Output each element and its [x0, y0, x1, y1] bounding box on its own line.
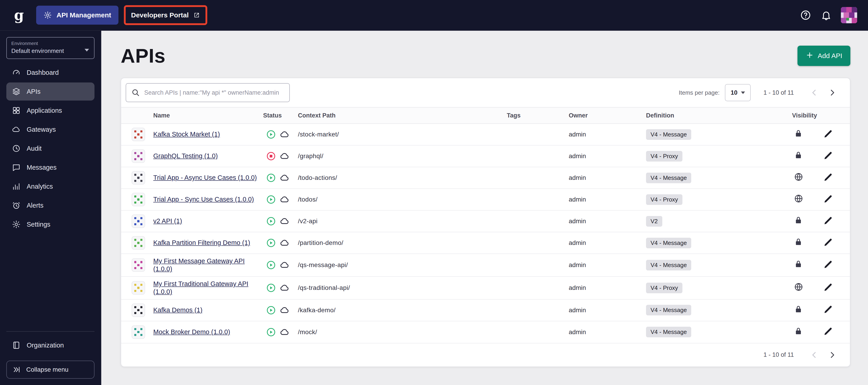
visibility-cell	[792, 282, 820, 293]
pencil-icon	[823, 259, 833, 271]
api-name-link[interactable]: v2 API (1)	[153, 217, 182, 225]
topbar: g API Management Developers Portal	[0, 0, 868, 31]
api-name-link[interactable]: Kafka Demos (1)	[153, 306, 203, 314]
collapse-menu-label: Collapse menu	[26, 366, 68, 373]
help-button[interactable]	[800, 9, 811, 21]
sidebar-item-label: Gateways	[27, 126, 56, 133]
sidebar-item-gateways[interactable]: Gateways	[6, 121, 94, 138]
api-name-link[interactable]: My First Traditional Gateway API (1.0.0)	[153, 280, 258, 296]
definition-badge: V4 - Proxy	[646, 151, 682, 162]
sidebar-item-apis[interactable]: APIs	[6, 83, 94, 100]
gateways-icon	[12, 125, 21, 134]
environment-label: Environment	[11, 41, 82, 46]
owner: admin	[569, 174, 646, 182]
user-avatar-image	[841, 7, 857, 23]
settings-icon	[12, 220, 21, 229]
globe-icon	[794, 282, 803, 293]
actions-cell	[820, 235, 850, 251]
definition-badge: V4 - Message	[646, 305, 691, 315]
sidebar-item-applications[interactable]: Applications	[6, 101, 94, 120]
chevron-left-icon	[809, 88, 819, 98]
sidebar-item-label: Analytics	[27, 183, 53, 190]
definition-badge: V4 - Message	[646, 238, 691, 248]
collapse-menu-button[interactable]: Collapse menu	[6, 361, 94, 379]
chevron-right-icon	[827, 350, 837, 360]
api-name-link[interactable]: My First Message Gateway API (1.0.0)	[153, 257, 258, 273]
edit-api-button[interactable]	[820, 127, 836, 142]
definition-badge: V4 - Message	[646, 172, 691, 183]
sidebar-item-settings[interactable]: Settings	[6, 215, 94, 233]
cloud-icon	[279, 151, 290, 161]
actions-cell	[820, 192, 850, 207]
user-avatar[interactable]	[841, 7, 857, 23]
next-page-button[interactable]	[826, 86, 839, 99]
table-toolbar: Items per page: 10 1 - 10 of 11	[121, 78, 850, 107]
api-management-button[interactable]: API Management	[36, 6, 119, 25]
api-name-link[interactable]: Kafka Stock Market (1)	[153, 130, 220, 138]
edit-api-button[interactable]	[820, 235, 836, 251]
sidebar-bottom-menu: Organization	[6, 336, 94, 354]
table-row: My First Message Gateway API (1.0.0) /qs…	[121, 254, 850, 277]
edit-api-button[interactable]	[820, 280, 836, 295]
edit-api-button[interactable]	[820, 170, 836, 186]
name-cell: Kafka Partition Filtering Demo (1)	[121, 233, 263, 253]
edit-api-button[interactable]	[820, 324, 836, 340]
previous-page-button-footer[interactable]	[807, 348, 821, 362]
sidebar-item-label: APIs	[27, 88, 40, 95]
add-api-button[interactable]: Add API	[798, 45, 850, 66]
status-started-icon	[266, 195, 276, 204]
sidebar-item-alerts[interactable]: Alerts	[6, 196, 94, 215]
status-stopped-icon	[266, 151, 276, 161]
sidebar-divider	[6, 331, 94, 332]
owner: admin	[569, 239, 646, 247]
api-name-link[interactable]: Trial App - Async Use Cases (1.0.0)	[153, 174, 257, 182]
pencil-icon	[823, 326, 833, 338]
table-row: Kafka Demos (1) /kafka-demo/ admin V4 - …	[121, 299, 850, 321]
pagination-controls: Items per page: 10 1 - 10 of 11	[679, 84, 839, 101]
environment-select[interactable]: Environment Default environment	[6, 37, 94, 59]
audit-icon	[12, 144, 21, 153]
definition-cell: V4 - Proxy	[646, 194, 792, 205]
definition-cell: V2	[646, 216, 792, 227]
sidebar-item-audit[interactable]: Audit	[6, 139, 94, 158]
edit-api-button[interactable]	[820, 149, 836, 164]
lock-icon	[794, 216, 803, 227]
sidebar-item-messages[interactable]: Messages	[6, 158, 94, 177]
developers-portal-button[interactable]: Developers Portal	[127, 7, 205, 23]
api-name-link[interactable]: Trial App - Sync Use Cases (1.0.0)	[153, 195, 254, 203]
status-cell	[263, 216, 298, 226]
definition-badge: V4 - Message	[646, 260, 691, 270]
visibility-cell	[792, 194, 820, 205]
api-name-link[interactable]: Mock Broker Demo (1.0.0)	[153, 328, 230, 336]
status-cell	[263, 172, 298, 183]
main-content: APIs Add API Items per page: 10 1 - 10 o…	[101, 31, 868, 385]
edit-api-button[interactable]	[820, 302, 836, 318]
sidebar-item-organization[interactable]: Organization	[6, 336, 94, 354]
previous-page-button[interactable]	[807, 86, 821, 99]
search-input[interactable]	[126, 83, 290, 102]
sidebar-item-analytics[interactable]: Analytics	[6, 178, 94, 195]
column-header-visibility: Visibility	[792, 112, 820, 119]
status-started-icon	[266, 260, 276, 270]
status-started-icon	[266, 327, 276, 337]
table-body: Kafka Stock Market (1) /stock-market/ ad…	[121, 124, 850, 343]
table-row: GraphQL Testing (1.0) /graphql/ admin V4…	[121, 146, 850, 167]
edit-api-button[interactable]	[820, 214, 836, 229]
next-page-button-footer[interactable]	[826, 348, 839, 362]
lock-icon	[794, 327, 803, 338]
cloud-icon	[279, 216, 290, 226]
status-cell	[263, 129, 298, 140]
edit-api-button[interactable]	[820, 192, 836, 207]
sidebar-item-dashboard[interactable]: Dashboard	[6, 63, 94, 82]
notifications-button[interactable]	[820, 9, 832, 21]
page-size-select[interactable]: 10	[725, 84, 751, 101]
api-name-link[interactable]: GraphQL Testing (1.0)	[153, 152, 218, 160]
actions-cell	[820, 127, 850, 142]
cloud-icon	[279, 238, 290, 248]
api-name-link[interactable]: Kafka Partition Filtering Demo (1)	[153, 239, 250, 247]
context-path: /kafka-demo/	[298, 307, 507, 314]
edit-api-button[interactable]	[820, 257, 836, 273]
column-header-definition: Definition	[646, 112, 792, 119]
definition-badge: V4 - Proxy	[646, 194, 682, 205]
status-cell	[263, 151, 298, 161]
